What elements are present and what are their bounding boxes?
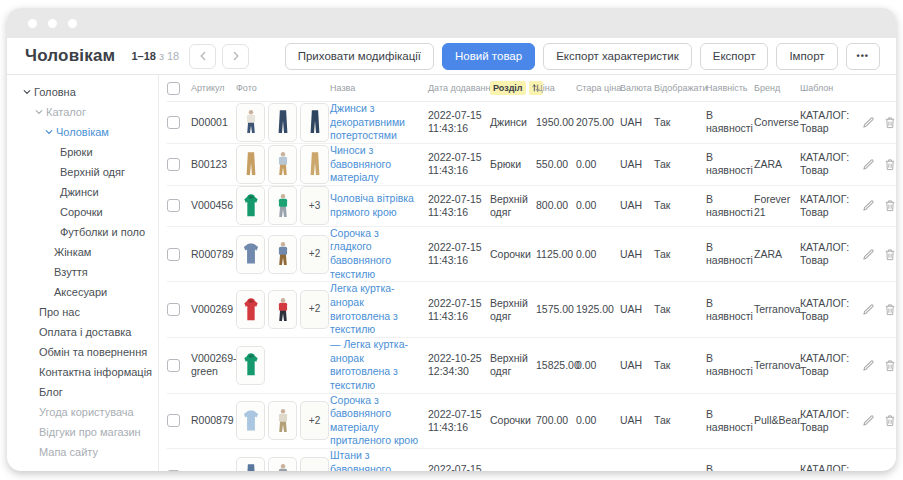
column-header-brand[interactable]: Бренд: [754, 83, 800, 93]
pencil-icon[interactable]: [862, 470, 875, 471]
cell-brand: Pull&Bear: [754, 414, 800, 427]
pagination-next-button[interactable]: [222, 44, 249, 69]
zoom-icon[interactable]: [68, 19, 77, 28]
sidebar-item-store-reviews[interactable]: Відгуки про магазин: [7, 422, 158, 442]
column-header-old_price[interactable]: Стара ціна: [576, 83, 620, 93]
hoodie-photo-thumbnail[interactable]: [236, 290, 265, 329]
pants-photo-thumbnail[interactable]: [300, 145, 329, 184]
column-header-section[interactable]: Розділ: [490, 81, 536, 95]
figure-photo-thumbnail[interactable]: [268, 145, 297, 184]
cell-currency: UAH: [620, 116, 654, 129]
pants-photo-thumbnail[interactable]: [236, 145, 265, 184]
more-photos-badge[interactable]: +2: [300, 290, 329, 329]
figure-photo-thumbnail[interactable]: [268, 290, 297, 329]
pagination-prev-button[interactable]: [189, 44, 216, 69]
sidebar-item-men[interactable]: Чоловікам: [7, 122, 158, 142]
product-name-link[interactable]: Сорочка з гладкого бавовняного текстилю: [330, 227, 422, 282]
pencil-icon[interactable]: [862, 359, 875, 372]
sidebar-item-user-agreement[interactable]: Угода користувача: [7, 402, 158, 422]
trash-icon[interactable]: [884, 359, 896, 372]
pencil-icon[interactable]: [862, 116, 875, 129]
pencil-icon[interactable]: [862, 414, 875, 427]
trash-icon[interactable]: [884, 158, 896, 171]
trash-icon[interactable]: [884, 199, 896, 212]
product-name-link[interactable]: Легка куртка-анорак виготовлена з тексти…: [330, 282, 422, 337]
sidebar-item-blog[interactable]: Блог: [7, 382, 158, 402]
sidebar-item-accessories[interactable]: Аксесуари: [7, 282, 158, 302]
export-button[interactable]: Експорт: [700, 43, 769, 70]
top-photo-thumbnail[interactable]: [236, 401, 265, 440]
select-all-checkbox[interactable]: [167, 82, 180, 95]
column-header-availability[interactable]: Наявність: [706, 83, 754, 93]
row-checkbox[interactable]: [167, 248, 180, 261]
column-header-template[interactable]: Шаблон: [800, 83, 862, 93]
product-name-link[interactable]: Сорочка з бавовняного матеріалу притален…: [330, 394, 422, 449]
sidebar-item-shoes[interactable]: Взуття: [7, 262, 158, 282]
sidebar-item-shirts[interactable]: Сорочки: [7, 202, 158, 222]
sidebar-item-home[interactable]: Головна: [7, 82, 158, 102]
row-checkbox[interactable]: [167, 414, 180, 427]
hoodie-photo-thumbnail[interactable]: [236, 186, 265, 225]
product-name-link[interactable]: Штани з бавовняного матеріалу прямого кр…: [330, 449, 422, 471]
import-button[interactable]: Імпорт: [776, 43, 837, 70]
close-icon[interactable]: [28, 19, 37, 28]
trash-icon[interactable]: [884, 414, 896, 427]
pants-photo-thumbnail[interactable]: [236, 457, 265, 471]
sidebar-item-about-us[interactable]: Про нас: [7, 302, 158, 322]
row-checkbox[interactable]: [167, 303, 180, 316]
row-checkbox[interactable]: [167, 158, 180, 171]
more-button[interactable]: •••: [846, 43, 880, 70]
hoodie-photo-thumbnail[interactable]: [236, 346, 265, 385]
export-characteristics-button[interactable]: Експорт характеристик: [543, 43, 692, 70]
row-checkbox[interactable]: [167, 199, 180, 212]
row-checkbox[interactable]: [167, 116, 180, 129]
sidebar-item-catalog[interactable]: Каталог: [7, 102, 158, 122]
column-header-display[interactable]: Відображати: [654, 83, 706, 93]
row-checkbox[interactable]: [167, 470, 180, 471]
trash-icon[interactable]: [884, 116, 896, 129]
column-header-price[interactable]: Ціна: [536, 83, 576, 93]
pants-photo-thumbnail[interactable]: [300, 103, 329, 142]
pants-photo-thumbnail[interactable]: [268, 103, 297, 142]
sidebar-item-outerwear[interactable]: Верхній одяг: [7, 162, 158, 182]
sidebar-item-jeans[interactable]: Джинси: [7, 182, 158, 202]
figure-photo-thumbnail[interactable]: [268, 186, 297, 225]
sidebar-item-trousers[interactable]: Брюки: [7, 142, 158, 162]
column-header-date[interactable]: Дата додавання: [428, 83, 490, 93]
column-header-currency[interactable]: Валюта: [620, 83, 654, 93]
figure-photo-thumbnail[interactable]: [268, 457, 297, 471]
figure-photo-thumbnail[interactable]: [268, 401, 297, 440]
product-name-link[interactable]: Чоловіча вітрівка прямого крою: [330, 192, 422, 219]
product-name-link[interactable]: Чиноси з бавовняного матеріалу: [330, 144, 422, 185]
pencil-icon[interactable]: [862, 158, 875, 171]
sidebar: ГоловнаКаталогЧоловікамБрюкиВерхній одяг…: [7, 75, 159, 471]
sidebar-item-women[interactable]: Жінкам: [7, 242, 158, 262]
trash-icon[interactable]: [884, 303, 896, 316]
top-photo-thumbnail[interactable]: [236, 235, 265, 274]
more-photos-badge[interactable]: +2: [300, 457, 329, 471]
more-photos-badge[interactable]: +2: [300, 235, 329, 274]
product-name-link[interactable]: Джинси з декоративними потертостями: [330, 102, 422, 143]
minimize-icon[interactable]: [48, 19, 57, 28]
column-header-photo[interactable]: Фото: [236, 83, 330, 93]
hide-modifications-button[interactable]: Приховати модифікації: [285, 43, 434, 70]
figure-photo-thumbnail[interactable]: [236, 103, 265, 142]
product-name-link[interactable]: — Легка куртка-анорак виготовлена з текс…: [330, 338, 422, 393]
trash-icon[interactable]: [884, 470, 896, 471]
column-header-name[interactable]: Назва: [330, 83, 428, 93]
trash-icon[interactable]: [884, 248, 896, 261]
sidebar-item-exchange-return[interactable]: Обмін та повернення: [7, 342, 158, 362]
column-header-article[interactable]: Артикул: [191, 83, 236, 93]
pencil-icon[interactable]: [862, 303, 875, 316]
row-checkbox[interactable]: [167, 359, 180, 372]
figure-photo-thumbnail[interactable]: [268, 235, 297, 274]
sidebar-item-payment-delivery[interactable]: Оплата і доставка: [7, 322, 158, 342]
more-photos-badge[interactable]: +2: [300, 401, 329, 440]
sidebar-item-contact-info[interactable]: Контактна інформація: [7, 362, 158, 382]
sidebar-item-sitemap[interactable]: Мапа сайту: [7, 442, 158, 462]
new-product-button[interactable]: Новий товар: [442, 43, 535, 70]
more-photos-badge[interactable]: +3: [300, 186, 329, 225]
pencil-icon[interactable]: [862, 199, 875, 212]
sidebar-item-tshirts-polo[interactable]: Футболки и поло: [7, 222, 158, 242]
pencil-icon[interactable]: [862, 248, 875, 261]
